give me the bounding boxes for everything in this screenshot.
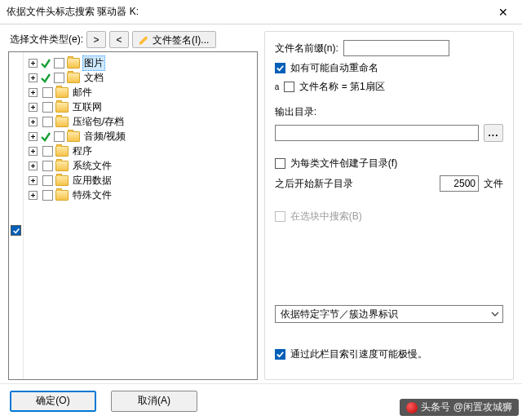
folder-icon xyxy=(67,58,80,69)
expand-icon[interactable] xyxy=(29,176,38,185)
cancel-button[interactable]: 取消(A) xyxy=(111,391,197,412)
tree-row[interactable]: 应用数据 xyxy=(25,173,255,188)
name-sector-row[interactable]: a 文件名称 = 第1扇区 xyxy=(275,80,503,94)
name-sector-hotkey: a xyxy=(275,82,280,91)
window-title: 依据文件头标志搜索 驱动器 K: xyxy=(7,5,139,19)
tree-row[interactable]: 文档 xyxy=(25,70,255,85)
type-checkbox[interactable] xyxy=(42,146,53,157)
expand-icon[interactable] xyxy=(29,59,38,68)
expand-icon[interactable] xyxy=(29,147,38,156)
type-checkbox[interactable] xyxy=(42,161,53,171)
prev-type-button[interactable]: < xyxy=(109,31,129,48)
tree-row[interactable]: 压缩包/存档 xyxy=(25,114,255,129)
newdir-label: 之后开始新子目录 xyxy=(275,177,353,191)
type-tree-container: 图片文档邮件互联网压缩包/存档音频/视频程序系统文件应用数据特殊文件 xyxy=(8,51,258,380)
close-icon: ✕ xyxy=(498,6,508,19)
slow-warning-row[interactable]: 通过此栏目索引速度可能极慢。 xyxy=(275,347,503,361)
type-checkbox[interactable] xyxy=(54,58,64,69)
file-signature-label: 文件签名(I)... xyxy=(153,35,209,45)
tree-row-label: 邮件 xyxy=(71,86,94,99)
tree-row[interactable]: 特殊文件 xyxy=(25,188,255,202)
next-type-button[interactable]: > xyxy=(86,31,106,48)
slow-warning-checkbox[interactable] xyxy=(275,349,285,360)
expand-icon[interactable] xyxy=(29,103,38,112)
folder-icon xyxy=(55,190,69,201)
file-signature-button[interactable]: 文件签名(I)... xyxy=(132,31,216,48)
tree-gutter xyxy=(9,52,24,379)
options-panel: 文件名前缀(n): 如有可能自动重命名 a 文件名称 = 第1扇区 输出目录: … xyxy=(264,31,514,380)
mkdir-checkbox[interactable] xyxy=(275,158,285,169)
expand-icon[interactable] xyxy=(29,191,38,200)
close-button[interactable]: ✕ xyxy=(484,0,522,24)
auto-rename-checkbox[interactable] xyxy=(275,63,285,73)
type-tree[interactable]: 图片文档邮件互联网压缩包/存档音频/视频程序系统文件应用数据特殊文件 xyxy=(24,52,257,379)
tree-row-label: 互联网 xyxy=(71,100,104,114)
expand-icon[interactable] xyxy=(29,117,38,126)
type-checkbox[interactable] xyxy=(54,131,64,142)
type-checkbox[interactable] xyxy=(42,117,53,127)
type-checkbox[interactable] xyxy=(54,73,64,83)
tree-row[interactable]: 音频/视频 xyxy=(25,129,255,144)
tree-row-label: 程序 xyxy=(71,144,94,158)
expand-icon[interactable] xyxy=(29,73,38,82)
folder-icon xyxy=(55,161,69,171)
type-checkbox[interactable] xyxy=(42,87,53,98)
expand-icon[interactable] xyxy=(29,132,38,141)
search-in-sel-row: 在选块中搜索(B) xyxy=(275,210,503,223)
folder-icon xyxy=(55,146,69,157)
watermark: 头条号 @闲置攻城狮 xyxy=(400,399,519,416)
tree-row-label: 图片 xyxy=(82,55,105,71)
check-icon xyxy=(40,130,51,142)
folder-icon xyxy=(55,102,69,113)
prefix-label: 文件名前缀(n): xyxy=(275,42,338,55)
type-checkbox[interactable] xyxy=(42,175,53,186)
boundary-select-value: 依据特定字节／簇边界标识 xyxy=(281,307,398,321)
folder-icon xyxy=(55,117,69,127)
prefix-row: 文件名前缀(n): xyxy=(275,40,503,56)
expand-icon[interactable] xyxy=(29,88,38,97)
auto-rename-label: 如有可能自动重命名 xyxy=(290,61,378,75)
tree-row[interactable]: 程序 xyxy=(25,144,255,158)
master-checkbox[interactable] xyxy=(11,225,21,236)
dialog-footer: 确定(O) 取消(A) 头条号 @闲置攻城狮 xyxy=(0,383,522,418)
check-icon xyxy=(40,72,51,83)
auto-rename-row[interactable]: 如有可能自动重命名 xyxy=(275,61,503,75)
dialog-body: 选择文件类型(e): > < 文件签名(I)... 图片文档邮件互联网压缩包/存… xyxy=(0,24,522,383)
mkdir-label: 为每类文件创建子目录(f) xyxy=(290,157,397,170)
type-checkbox[interactable] xyxy=(42,102,53,113)
outdir-row: ... xyxy=(275,124,503,142)
tree-row-label: 文档 xyxy=(82,71,105,85)
tree-row[interactable]: 邮件 xyxy=(25,85,255,99)
newdir-unit: 文件 xyxy=(484,177,503,191)
search-in-sel-checkbox xyxy=(275,211,285,222)
tree-row-label: 应用数据 xyxy=(71,174,113,188)
expand-icon[interactable] xyxy=(29,161,38,170)
outdir-label: 输出目录: xyxy=(275,105,316,119)
browse-button[interactable]: ... xyxy=(484,124,503,142)
search-in-sel-label: 在选块中搜索(B) xyxy=(290,210,362,223)
outdir-label-row: 输出目录: xyxy=(275,105,503,119)
tree-row-label: 音频/视频 xyxy=(82,130,127,144)
prefix-input[interactable] xyxy=(343,40,449,56)
tree-row[interactable]: 图片 xyxy=(25,55,255,70)
folder-icon xyxy=(55,87,69,98)
mkdir-row[interactable]: 为每类文件创建子目录(f) xyxy=(275,157,503,170)
name-sector-label: 文件名称 = 第1扇区 xyxy=(299,80,384,94)
newdir-count-input[interactable] xyxy=(440,175,479,192)
watermark-icon xyxy=(406,402,418,413)
tree-row-label: 特殊文件 xyxy=(71,188,113,202)
type-checkbox[interactable] xyxy=(42,190,53,201)
pencil-icon xyxy=(139,35,149,45)
tree-row[interactable]: 互联网 xyxy=(25,99,255,114)
newdir-row: 之后开始新子目录 文件 xyxy=(275,175,503,192)
tree-row[interactable]: 系统文件 xyxy=(25,158,255,173)
slow-warning-label: 通过此栏目索引速度可能极慢。 xyxy=(290,347,427,361)
type-label: 选择文件类型(e): xyxy=(10,33,83,46)
boundary-select[interactable]: 依据特定字节／簇边界标识 xyxy=(275,305,503,323)
folder-icon xyxy=(67,131,80,142)
watermark-source: 头条号 xyxy=(421,400,450,414)
outdir-input[interactable] xyxy=(275,125,479,141)
name-sector-checkbox[interactable] xyxy=(284,82,294,92)
ok-button[interactable]: 确定(O) xyxy=(10,391,96,412)
left-toolbar: 选择文件类型(e): > < 文件签名(I)... xyxy=(8,31,258,48)
